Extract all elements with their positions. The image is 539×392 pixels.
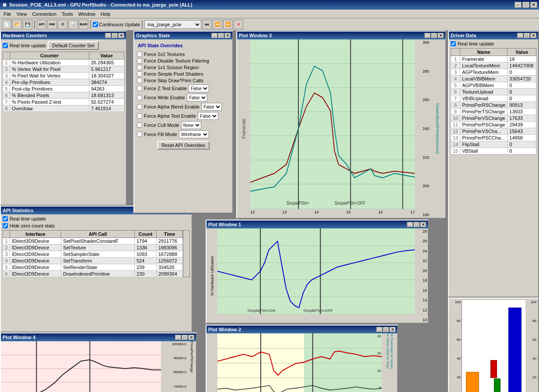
gs-cb-6[interactable] (137, 95, 142, 100)
gs-cb-0[interactable] (137, 52, 142, 57)
driver-table-row: 7VBIBUpload0 (451, 95, 536, 102)
plot1-y-label: % Hardware Utilization (206, 228, 217, 323)
plot3-y-200: 200 (416, 184, 429, 188)
driver-table-row: 3AGPTextureMem0 (451, 69, 536, 76)
menu-help[interactable]: Help (98, 10, 113, 18)
svg-rect-14 (217, 228, 415, 314)
plot2-maximize[interactable]: □ (383, 327, 389, 332)
plot1-minimize[interactable]: _ (407, 222, 413, 227)
connection-dropdown[interactable]: ma_jzarge_pcie (144, 20, 201, 29)
bar-y2-80: 80 (526, 319, 536, 323)
hw-panel-title: Hardware Counters (3, 33, 105, 38)
plot1-maximize[interactable]: □ (413, 222, 420, 227)
gs-cb-10[interactable] (137, 132, 142, 137)
gs-sel-9[interactable]: None (181, 121, 201, 129)
plot2-panel: Plot Window 2 _ □ ✕ (206, 325, 398, 392)
plot1-close[interactable]: ✕ (420, 222, 426, 227)
toolbar-save-btn[interactable]: 💾 (23, 20, 32, 29)
plot3-y-180: 180 (416, 213, 429, 217)
gs-cb-8[interactable] (137, 113, 142, 119)
gs-sel-8[interactable]: False (198, 112, 218, 120)
minimize-button[interactable]: − (514, 2, 522, 8)
toolbar-btn4[interactable]: 📊 (68, 20, 78, 29)
toolbar-nav3[interactable]: ⏩ (223, 20, 233, 29)
gs-cb-3[interactable] (137, 71, 142, 77)
plot3-minimize[interactable]: _ (424, 33, 430, 38)
plot2-minimize[interactable]: _ (376, 327, 382, 332)
hw-row-num: 3 (3, 73, 10, 79)
close-button[interactable]: ✕ (530, 2, 537, 8)
toolbar-nav2[interactable]: ⏪ (213, 20, 222, 29)
hw-row-counter: % Pixel Wait for Vertex (10, 73, 89, 79)
api-row-count: 239 (135, 264, 157, 271)
api-hidezero-checkbox[interactable] (3, 223, 8, 228)
bar-y-40: 40 (451, 357, 461, 360)
reset-api-btn[interactable]: Reset API Overrides (157, 141, 210, 150)
gs-row-10: Force Fill Mode Wireframe (137, 130, 230, 138)
driver-row-value: 0 (508, 82, 536, 89)
plot4-minimize[interactable]: _ (175, 335, 181, 340)
gs-label-0: Force 2x2 Textures (144, 52, 185, 57)
hw-panel-maximize[interactable]: □ (112, 33, 118, 38)
toolbar-hw-btn[interactable]: HW (47, 20, 57, 29)
driver-table-row: 2LocalTextureMem149427008 (451, 63, 536, 69)
hw-panel-close[interactable]: ✕ (118, 33, 124, 38)
api-stats-panel: API Statistics _ □ ✕ Real time update Hi… (0, 206, 192, 332)
toolbar-btn3[interactable]: ⚙ (58, 20, 67, 29)
gs-cb-4[interactable] (137, 78, 142, 83)
plot3-close[interactable]: ✕ (438, 33, 444, 38)
driver-row-name: PrimsPerPSChange (460, 122, 508, 128)
plot3-y-240: 240 (416, 126, 429, 131)
driver-panel-maximize[interactable]: □ (524, 33, 530, 38)
plot4-maximize[interactable]: □ (182, 335, 188, 340)
driver-realtime-checkbox[interactable] (451, 41, 456, 46)
gs-cb-1[interactable] (137, 58, 142, 63)
driver-panel-minimize[interactable]: _ (517, 33, 523, 38)
continuous-update-checkbox[interactable] (93, 22, 98, 27)
api-realtime-checkbox[interactable] (3, 216, 8, 221)
gs-panel-maximize[interactable]: □ (218, 33, 224, 38)
gs-cb-5[interactable] (137, 86, 142, 91)
gs-cb-9[interactable] (137, 122, 142, 128)
api-row-interface: IDirect3D9Device (10, 264, 61, 271)
gs-row-4: Force Skip Draw*Prim Calls (137, 78, 230, 83)
driver-row-num: 8 (451, 102, 460, 108)
y-24: 24 (416, 249, 427, 253)
menu-file[interactable]: File (1, 10, 14, 18)
hw-table-row: 3% Pixel Wait for Vertex18.304327 (3, 73, 124, 79)
y4-70k: 70000.0 (162, 385, 186, 388)
api-table: Interface API Call Count Time 1IDirect3D… (3, 230, 183, 277)
gs-sel-6[interactable]: False (187, 94, 207, 102)
hw-panel-minimize[interactable]: _ (105, 33, 111, 38)
api-row-time: 1672888 (157, 251, 183, 258)
default-counter-btn[interactable]: Default Counter Set (48, 41, 99, 50)
gs-sel-5[interactable]: False (189, 84, 209, 92)
gs-panel-close[interactable]: ✕ (224, 33, 231, 38)
plot4-close[interactable]: ✕ (188, 335, 194, 340)
hw-row-value: 18.681313 (89, 92, 124, 99)
menu-view[interactable]: View (14, 10, 30, 18)
gs-sel-7[interactable]: False (201, 103, 222, 111)
plot3-maximize[interactable]: □ (431, 33, 437, 38)
gs-cb-2[interactable] (137, 65, 142, 70)
toolbar-new-btn[interactable]: 📄 (2, 20, 11, 29)
toolbar-stop-btn[interactable]: ✕ (234, 20, 243, 29)
gs-cb-7[interactable] (137, 104, 142, 109)
driver-panel-close[interactable]: ✕ (530, 33, 536, 38)
toolbar-api-btn[interactable]: API (37, 20, 46, 29)
gs-sel-10[interactable]: Wireframe (179, 130, 209, 138)
api-row-num: 2 (3, 245, 10, 251)
driver-row-num: 3 (451, 69, 460, 76)
toolbar-bar-btn[interactable]: BAR (79, 20, 88, 29)
toolbar-open-btn[interactable]: 📂 (12, 20, 22, 29)
menu-window[interactable]: Window (76, 10, 98, 18)
api-scrollbar[interactable] (183, 230, 190, 277)
plot2-close[interactable]: ✕ (389, 327, 396, 332)
maximize-button[interactable]: □ (522, 2, 529, 8)
gs-panel-minimize[interactable]: _ (211, 33, 217, 38)
toolbar-nav1[interactable]: ⏮ (202, 20, 212, 29)
hw-realtime-checkbox[interactable] (3, 43, 8, 48)
plot4-y-axis: 100000.0 90000.0 80000.0 70000.0 60000.0… (161, 341, 187, 392)
menu-tools[interactable]: Tools (59, 10, 76, 18)
menu-connection[interactable]: Connection (29, 10, 59, 18)
